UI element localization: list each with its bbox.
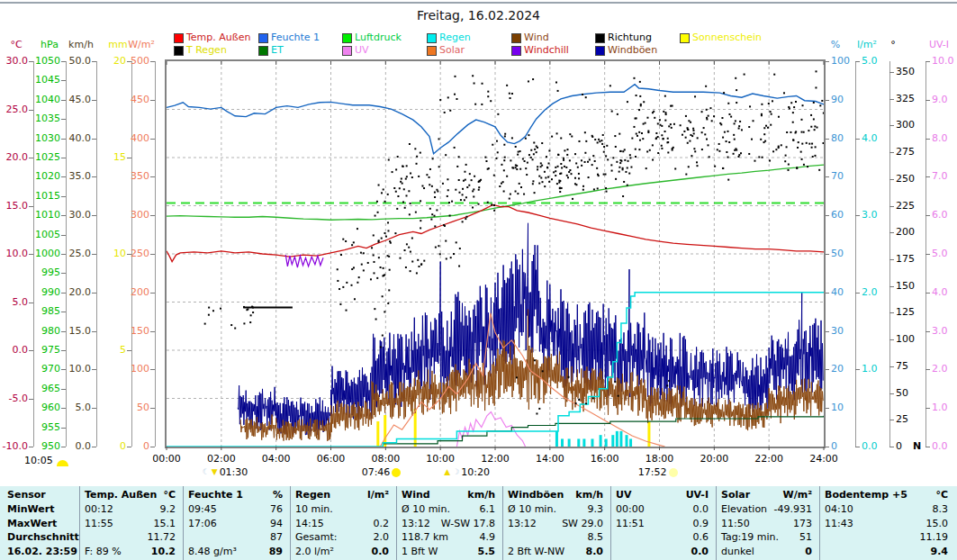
table-cell-value: 89 — [269, 546, 283, 557]
axis-tick-w-m — [150, 369, 155, 370]
axis-label-hpa: 1025 — [25, 152, 60, 163]
axis-label-l-m: 5.0 — [862, 56, 898, 67]
table-cell-label: 2 Bft W-NW — [508, 546, 564, 557]
table-separator — [290, 486, 291, 560]
table-cell-label: 118.7 km — [402, 531, 448, 543]
daylight-duration: 10:05 — [24, 455, 68, 466]
axis-label-hpa: 975 — [25, 345, 60, 356]
x-tick-label-1400: 14:00 — [530, 453, 570, 465]
axis-label-km-h: 50.0 — [56, 56, 91, 67]
table-cell-value: 87 — [270, 531, 283, 543]
axis-tick- — [889, 179, 894, 180]
axis-tick-c — [29, 303, 33, 303]
axis-label-l-m: 4.0 — [862, 133, 898, 144]
axis-label-uv-i: 0.0 — [932, 441, 957, 452]
axis-tick-w-m — [150, 447, 155, 447]
axis-label-: 225 — [896, 201, 932, 212]
axis-label-: 50 — [831, 248, 867, 259]
axis-tick-l-m — [855, 293, 860, 294]
axis-tick- — [889, 286, 894, 287]
table-cell-label: 11:55 — [85, 518, 113, 529]
axis-tick-km-h — [92, 293, 96, 294]
plot-area-border — [165, 59, 826, 448]
axis-label-hpa: 995 — [25, 267, 60, 278]
axis-label-km-h: 20.0 — [56, 287, 91, 298]
x-tick-label-2400: 24:00 — [804, 453, 844, 465]
axis-tick-w-m — [150, 139, 155, 140]
x-tick-label-0000: 00:00 — [147, 453, 186, 465]
axis-label-hpa: 1035 — [25, 113, 60, 124]
axis-tick-w-m — [150, 293, 155, 294]
table-header-temp-au-en: Temp. Außen — [85, 489, 157, 501]
sunset-icon — [669, 468, 678, 477]
x-tick-label-2200: 22:00 — [749, 453, 789, 465]
table-cell-label: 17:06 — [188, 518, 217, 529]
axis-tick-uv-i — [925, 369, 930, 370]
legend-label-luftdruck: Luftdruck — [355, 32, 402, 43]
legend-swatch-wind — [511, 33, 521, 43]
legend-label-sonnenschein: Sonnenschein — [692, 32, 762, 43]
axis-tick- — [889, 339, 894, 340]
sun-icon — [57, 460, 68, 466]
table-cell-value: 0.0 — [693, 503, 709, 515]
axis-tick-uv-i — [925, 176, 930, 177]
axis-label-km-h: 30.0 — [56, 210, 91, 221]
table-cell-value: 11.19 — [920, 531, 949, 543]
table-cell-value: 0.9 — [693, 518, 709, 529]
table-cell-value: 15.1 — [154, 518, 176, 529]
table-cell-value: 0 — [805, 546, 812, 557]
axis-label-uv-i: 2.0 — [932, 364, 957, 375]
axis-label-: 90 — [831, 95, 867, 105]
axis-tick- — [889, 152, 894, 153]
table-cell-value: 8.0 — [586, 546, 604, 557]
axis-tick-uv-i — [925, 215, 930, 216]
legend-label-windb-en: Windböen — [608, 45, 657, 56]
table-cell-label: 13:12 — [402, 518, 430, 529]
table-cell-value: 4.9 — [480, 531, 496, 543]
axis-label-uv-i: 8.0 — [932, 133, 957, 144]
axis-label-km-h: 10.0 — [56, 364, 91, 375]
table-header-unit-uv: UV-I — [686, 489, 709, 501]
axis-tick-l-m — [855, 139, 860, 140]
legend-swatch-uv — [342, 46, 352, 56]
axis-line-w-m — [155, 61, 156, 447]
table-cell-label: 04:10 — [825, 503, 853, 515]
axis-line- — [889, 61, 890, 447]
legend-swatch-richtung — [595, 33, 605, 43]
axis-label-w-m: 300 — [114, 210, 149, 221]
axis-label-c: 20.0 — [0, 152, 28, 163]
table-cell-value: 6.1 — [480, 503, 496, 515]
axis-tick-km-h — [92, 408, 96, 409]
axis-label-uv-i: 5.0 — [932, 248, 957, 259]
axis-label-km-h: 45.0 — [56, 95, 91, 105]
axis-tick- — [889, 393, 894, 394]
axis-label-c: 30.0 — [0, 56, 28, 67]
table-cell-label: 10 min. — [295, 503, 333, 515]
axis-unit-: ° — [875, 40, 911, 50]
x-tick-label-1000: 10:00 — [420, 453, 460, 465]
axis-label-hpa: 1005 — [25, 230, 60, 240]
table-header-regen: Regen — [295, 489, 330, 501]
axis-label-: 350 — [896, 67, 932, 77]
axis-tick-hpa — [61, 350, 66, 351]
table-cell-value: 2.0 — [374, 531, 390, 543]
axis-tick- — [889, 312, 894, 313]
table-header-feuchte-1: Feuchte 1 — [188, 489, 243, 501]
table-cell-label: Ø 10 min. — [402, 503, 450, 515]
axis-tick-km-h — [92, 369, 96, 370]
axis-label-c: 15.0 — [0, 201, 28, 212]
axis-tick-w-m — [150, 331, 155, 332]
axis-tick-hpa — [61, 80, 66, 81]
axis-tick-uv-i — [925, 100, 930, 101]
axis-label-: 10 — [831, 402, 867, 413]
axis-tick-mm — [127, 158, 131, 158]
axis-tick-c — [29, 206, 33, 207]
axis-tick-uv-i — [925, 293, 930, 294]
axis-tick-l-m — [855, 369, 860, 370]
axis-label-c: 25.0 — [0, 104, 28, 115]
legend-label-t-regen: T Regen — [186, 45, 227, 56]
legend-swatch-feuchte-1 — [258, 33, 268, 43]
axis-tick-hpa — [61, 158, 66, 158]
axis-tick- — [889, 72, 894, 73]
axis-label-km-h: 40.0 — [56, 133, 91, 144]
